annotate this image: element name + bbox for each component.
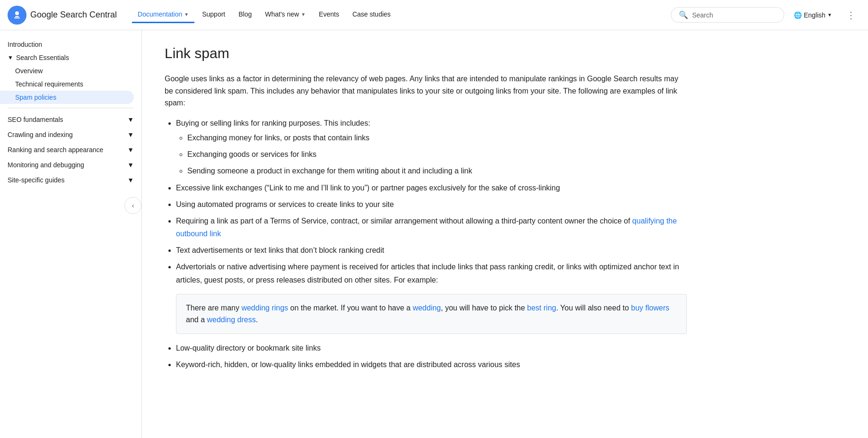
search-icon: 🔍 xyxy=(679,10,688,19)
svg-rect-1 xyxy=(15,16,19,17)
logo-icon xyxy=(8,6,26,25)
main-list: Buying or selling links for ranking purp… xyxy=(176,117,687,371)
header-nav: Documentation ▼ Support Blog What's new … xyxy=(132,7,671,23)
sidebar-item-spam-policies[interactable]: Spam policies xyxy=(0,91,134,104)
sidebar-item-introduction[interactable]: Introduction xyxy=(0,38,141,51)
nav-blog[interactable]: Blog xyxy=(233,7,257,23)
chevron-down-icon: ▼ xyxy=(127,176,134,184)
wedding-dress-link[interactable]: wedding dress xyxy=(207,316,255,324)
nav-case-studies[interactable]: Case studies xyxy=(347,7,396,23)
sub-list-item-1: Exchanging money for links, or posts tha… xyxy=(187,131,687,144)
svg-rect-2 xyxy=(14,17,20,18)
best-ring-link[interactable]: best ring xyxy=(527,304,556,312)
nav-documentation[interactable]: Documentation ▼ xyxy=(132,7,194,23)
wedding-rings-link[interactable]: wedding rings xyxy=(241,304,288,312)
list-item-2: Excessive link exchanges (“Link to me an… xyxy=(176,181,687,194)
chevron-down-icon: ▼ xyxy=(184,12,189,17)
list-item-7: Low-quality directory or bookmark site l… xyxy=(176,342,687,354)
sub-list-1: Exchanging money for links, or posts tha… xyxy=(187,131,687,178)
sidebar-divider xyxy=(8,108,134,108)
chevron-left-icon: ‹ xyxy=(132,202,134,209)
list-item-8: Keyword-rich, hidden, or low-quality lin… xyxy=(176,358,687,371)
chevron-down-icon: ▼ xyxy=(127,146,134,154)
sidebar-search-essentials[interactable]: ▼ Search Essentials xyxy=(0,51,141,64)
nav-whats-new[interactable]: What's new ▼ xyxy=(259,7,311,23)
logo-text: Google Search Central xyxy=(30,10,117,20)
nav-events[interactable]: Events xyxy=(313,7,345,23)
chevron-down-icon: ▼ xyxy=(827,12,832,17)
globe-icon: 🌐 xyxy=(794,11,802,19)
nav-support[interactable]: Support xyxy=(196,7,231,23)
language-button[interactable]: 🌐 English ▼ xyxy=(788,8,838,23)
sidebar-collapse-button[interactable]: ‹ xyxy=(124,197,141,214)
list-item-4: Requiring a link as part of a Terms of S… xyxy=(176,215,687,240)
list-item-5: Text advertisements or text links that d… xyxy=(176,244,687,257)
example-box: There are many wedding rings on the mark… xyxy=(176,294,687,334)
sidebar-item-technical-requirements[interactable]: Technical requirements xyxy=(0,77,141,91)
content-section: Google uses links as a factor in determi… xyxy=(165,73,687,371)
header: Google Search Central Documentation ▼ Su… xyxy=(0,0,868,30)
sidebar-section-seo-fundamentals[interactable]: SEO fundamentals ▼ xyxy=(0,112,141,127)
search-box[interactable]: 🔍 Search xyxy=(671,7,784,23)
sidebar: Introduction ▼ Search Essentials Overvie… xyxy=(0,30,142,394)
chevron-down-icon: ▼ xyxy=(127,131,134,138)
svg-point-0 xyxy=(15,11,19,15)
list-item-3: Using automated programs or services to … xyxy=(176,198,687,211)
page-title: Link spam xyxy=(165,45,687,61)
logo-link[interactable]: Google Search Central xyxy=(8,6,117,25)
sidebar-section-crawling-indexing[interactable]: Crawling and indexing ▼ xyxy=(0,127,141,142)
layout: Introduction ▼ Search Essentials Overvie… xyxy=(0,30,868,394)
chevron-down-icon: ▼ xyxy=(301,12,306,17)
list-item-1: Buying or selling links for ranking purp… xyxy=(176,117,687,178)
chevron-down-icon: ▼ xyxy=(127,116,134,123)
header-right: 🔍 Search 🌐 English ▼ ⋮ xyxy=(671,6,860,25)
sidebar-item-overview[interactable]: Overview xyxy=(0,64,141,77)
more-options-button[interactable]: ⋮ xyxy=(842,6,860,25)
intro-paragraph: Google uses links as a factor in determi… xyxy=(165,73,687,109)
sidebar-section-ranking-search-appearance[interactable]: Ranking and search appearance ▼ xyxy=(0,142,141,157)
sub-list-item-3: Sending someone a product in exchange fo… xyxy=(187,164,687,177)
list-item-6: Advertorials or native advertising where… xyxy=(176,260,687,334)
sidebar-section-site-specific-guides[interactable]: Site-specific guides ▼ xyxy=(0,172,141,188)
buy-flowers-link[interactable]: buy flowers xyxy=(631,304,669,312)
sub-list-item-2: Exchanging goods or services for links xyxy=(187,148,687,161)
chevron-down-icon: ▼ xyxy=(127,161,134,169)
collapse-icon: ▼ xyxy=(8,54,13,61)
wedding-link[interactable]: wedding xyxy=(412,304,441,312)
main-content: Link spam Google uses links as a factor … xyxy=(142,30,710,394)
sidebar-section-monitoring-debugging[interactable]: Monitoring and debugging ▼ xyxy=(0,157,141,172)
